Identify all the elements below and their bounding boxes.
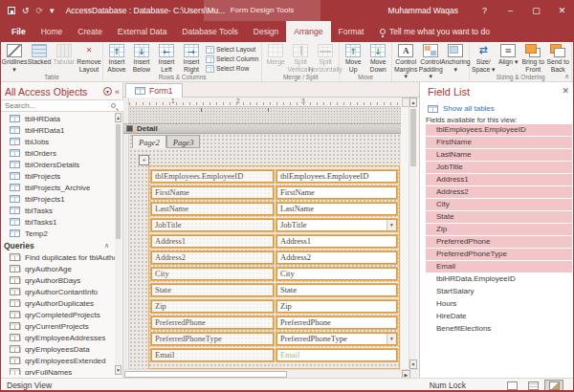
insert-left-button[interactable]: Insert Left (154, 43, 179, 73)
form-label[interactable]: PreferredPhone (151, 316, 274, 329)
form-textbox[interactable]: PreferredPhone (276, 316, 397, 329)
form-label[interactable]: Zip (151, 300, 274, 313)
select-layout-button[interactable]: Select Layout (206, 46, 258, 54)
split-horizontally-button[interactable]: Split Horizontally (313, 43, 338, 73)
field-item-tblemployees-employeeid[interactable]: tblEmployees.EmployeeID (426, 124, 572, 136)
layout-move-handle[interactable]: + (139, 155, 149, 165)
nav-item-qryemployeesdata[interactable]: qryEmployeesData (1, 343, 115, 355)
move-down-button[interactable]: Move Down (365, 43, 390, 73)
page-tab-page3[interactable]: Page3 (166, 135, 201, 148)
nav-group-header-queries[interactable]: Queries∧ (1, 239, 115, 251)
form-textbox[interactable]: FirstName (276, 186, 397, 199)
form-label[interactable]: Email (151, 349, 274, 361)
select-column-button[interactable]: Select Column (206, 55, 258, 63)
close-icon[interactable]: ✕ (562, 86, 569, 96)
nav-pane-title[interactable]: All Access Objects (5, 86, 103, 98)
detail-section-bar[interactable]: Detail (123, 123, 401, 134)
tab-file[interactable]: File (4, 21, 33, 42)
nav-item-find-duplicates-for-tblauthors[interactable]: Find duplicates for tblAuthors (1, 251, 115, 263)
minimize-icon[interactable]: – (497, 0, 523, 21)
insert-above-button[interactable]: Insert Above (104, 43, 129, 73)
redo-icon[interactable]: ⟳ (36, 0, 44, 21)
nav-item-qrycompletedprojects[interactable]: qryCompletedProjects (1, 309, 115, 320)
page-tab-page2[interactable]: Page2 (132, 135, 166, 148)
document-tab-form1[interactable]: Form1 (125, 83, 183, 98)
size-space-button[interactable]: Size/ Space ▾ (471, 43, 496, 73)
field-item-city[interactable]: City (426, 199, 572, 210)
bring-to-front-button[interactable]: Bring to Front (520, 43, 545, 73)
scrollbar-thumb[interactable] (116, 124, 121, 239)
control-margins-button[interactable]: Control Margins ▾ (393, 43, 418, 80)
form-textbox[interactable]: Zip (276, 300, 397, 313)
field-item-preferredphone[interactable]: PreferredPhone (426, 236, 572, 248)
scroll-up-icon[interactable]: ▲ (115, 113, 121, 122)
undo-icon[interactable]: ↺ (22, 0, 30, 21)
field-item-jobtitle[interactable]: JobTitle (426, 162, 572, 173)
scroll-down-icon[interactable]: ▼ (409, 359, 417, 369)
form-textbox[interactable]: Address2 (276, 251, 397, 264)
field-item-preferredphonetype[interactable]: PreferredPhoneType (426, 249, 572, 260)
form-label[interactable]: PreferredPhoneType (151, 333, 274, 345)
close-icon[interactable]: ✕ (549, 0, 574, 21)
form-label[interactable]: FirstName (151, 186, 274, 199)
send-to-back-button[interactable]: Send to Back (545, 43, 570, 73)
field-item-hours[interactable]: Hours (426, 298, 572, 310)
field-item-email[interactable]: Email (426, 261, 572, 272)
nav-item-tblorders[interactable]: tblOrders (1, 147, 115, 159)
form-label[interactable]: Address2 (151, 251, 274, 264)
customize-qat-icon[interactable]: ▾ (50, 0, 55, 21)
field-item-tblhrdata-employeeid[interactable]: tblHRData.EmployeeID (426, 273, 572, 285)
tabular-button[interactable]: Tabular (52, 43, 77, 66)
form-textbox[interactable]: Email (276, 349, 397, 361)
scrollbar-thumb[interactable] (124, 371, 287, 378)
field-item-state[interactable]: State (426, 211, 572, 223)
form-textbox[interactable]: City (276, 268, 397, 280)
nav-item-tbljobs[interactable]: tblJobs (1, 136, 115, 147)
account-name[interactable]: Muhammad Waqas (388, 6, 458, 15)
insert-below-button[interactable]: Insert Below (129, 43, 154, 73)
vertical-scrollbar[interactable]: ▲ ▼ (408, 98, 416, 369)
collapse-ribbon-icon[interactable]: ∧ (564, 73, 569, 80)
nav-item-qrycurrentprojects[interactable]: qryCurrentProjects (1, 320, 115, 332)
tab-format[interactable]: Format (331, 21, 372, 42)
nav-item-temp2[interactable]: Temp2 (1, 228, 115, 239)
field-item-startsalary[interactable]: StartSalary (426, 286, 572, 297)
search-icon[interactable] (111, 103, 116, 108)
form-label[interactable]: LastName (151, 203, 274, 215)
nav-item-tbltasks[interactable]: tblTasks (1, 205, 115, 216)
nav-item-qryauthorduplicates[interactable]: qryAuthorDuplicates (1, 297, 115, 309)
form-label[interactable]: tblEmployees.EmployeeID (151, 170, 274, 183)
horizontal-scrollbar[interactable]: ▶ (123, 369, 419, 378)
field-item-benefitelections[interactable]: BenefitElections (426, 323, 572, 335)
align-button[interactable]: Align ▾ (496, 43, 520, 66)
field-item-lastname[interactable]: LastName (426, 149, 572, 161)
tab-create[interactable]: Create (70, 21, 110, 42)
nav-item-qryfullnames[interactable]: qryFullNames (1, 366, 115, 375)
field-item-address2[interactable]: Address2 (426, 186, 572, 198)
field-item-address1[interactable]: Address1 (426, 174, 572, 185)
tab-database-tools[interactable]: Database Tools (174, 21, 245, 42)
move-up-button[interactable]: Move Up (341, 43, 365, 73)
gridlines-button[interactable]: Gridlines ▾ (2, 43, 27, 73)
form-textbox[interactable]: tblEmployees.EmployeeID (276, 170, 397, 183)
field-item-firstname[interactable]: FirstName (426, 137, 572, 148)
form-label[interactable]: City (151, 268, 274, 280)
nav-item-qryauthorage[interactable]: qryAuthorAge (1, 263, 115, 274)
nav-item-qryemployeeaddresses[interactable]: qryEmployeeAddresses (1, 332, 115, 343)
save-icon[interactable] (8, 7, 15, 14)
combo-arrow-icon[interactable]: ▾ (386, 220, 396, 230)
field-item-zip[interactable]: Zip (426, 224, 572, 235)
tab-arrange[interactable]: Arrange (286, 21, 330, 42)
control-padding-button[interactable]: Control Padding ▾ (418, 43, 443, 80)
scrollbar-thumb[interactable] (410, 109, 416, 166)
shutter-bar-icon[interactable]: « (115, 87, 120, 97)
form-textbox[interactable]: PreferredPhoneType▾ (276, 333, 397, 345)
nav-scrollbar[interactable]: ▲ ▼ (115, 113, 121, 375)
help-icon[interactable]: ? (472, 0, 497, 21)
field-item-hiredate[interactable]: HireDate (426, 311, 572, 322)
form-label[interactable]: JobTitle (151, 219, 274, 231)
show-all-tables-link[interactable]: Show all tables (428, 104, 495, 113)
anchoring-button[interactable]: Anchoring ▾ (443, 43, 468, 73)
form-label[interactable]: Address1 (151, 235, 274, 248)
remove-layout-button[interactable]: Remove Layout (77, 43, 101, 73)
